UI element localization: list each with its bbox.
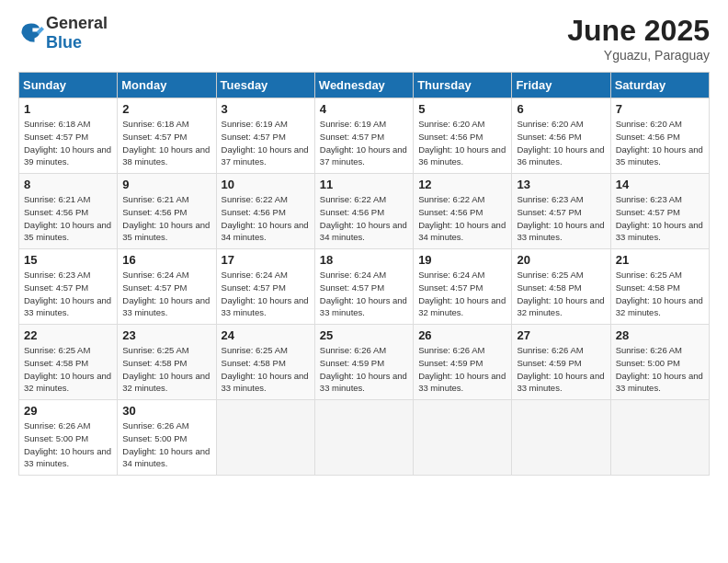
table-row: 25 Sunrise: 6:26 AMSunset: 4:59 PMDaylig…: [314, 325, 413, 400]
table-row: 10 Sunrise: 6:22 AMSunset: 4:56 PMDaylig…: [216, 174, 314, 249]
day-number: 4: [320, 102, 408, 116]
day-info: Sunrise: 6:21 AMSunset: 4:56 PMDaylight:…: [122, 194, 210, 242]
day-info: Sunrise: 6:22 AMSunset: 4:56 PMDaylight:…: [418, 194, 506, 242]
day-info: Sunrise: 6:26 AMSunset: 5:00 PMDaylight:…: [24, 420, 111, 468]
day-number: 7: [616, 102, 704, 116]
table-row: [314, 400, 413, 476]
calendar-row: 1 Sunrise: 6:18 AMSunset: 4:57 PMDayligh…: [19, 98, 710, 174]
col-wednesday: Wednesday: [314, 73, 413, 98]
day-info: Sunrise: 6:23 AMSunset: 4:57 PMDaylight:…: [616, 194, 703, 242]
day-info: Sunrise: 6:26 AMSunset: 4:59 PMDaylight:…: [517, 345, 604, 393]
day-info: Sunrise: 6:26 AMSunset: 4:59 PMDaylight:…: [418, 345, 506, 393]
table-row: 27 Sunrise: 6:26 AMSunset: 4:59 PMDaylig…: [512, 325, 610, 400]
table-row: 20 Sunrise: 6:25 AMSunset: 4:58 PMDaylig…: [512, 249, 610, 325]
day-number: 1: [24, 102, 112, 116]
table-row: 21 Sunrise: 6:25 AMSunset: 4:58 PMDaylig…: [610, 249, 709, 325]
day-info: Sunrise: 6:26 AMSunset: 5:00 PMDaylight:…: [122, 420, 210, 468]
table-row: 15 Sunrise: 6:23 AMSunset: 4:57 PMDaylig…: [19, 249, 118, 325]
day-info: Sunrise: 6:25 AMSunset: 4:58 PMDaylight:…: [222, 345, 309, 393]
page: General Blue June 2025 Yguazu, Paraguay …: [0, 0, 728, 563]
table-row: 14 Sunrise: 6:23 AMSunset: 4:57 PMDaylig…: [610, 174, 709, 249]
day-number: 24: [222, 328, 310, 342]
table-row: 26 Sunrise: 6:26 AMSunset: 4:59 PMDaylig…: [414, 325, 512, 400]
col-friday: Friday: [512, 73, 610, 98]
day-number: 28: [616, 328, 704, 342]
table-row: 13 Sunrise: 6:23 AMSunset: 4:57 PMDaylig…: [512, 174, 610, 249]
day-info: Sunrise: 6:24 AMSunset: 4:57 PMDaylight:…: [320, 270, 407, 317]
day-info: Sunrise: 6:18 AMSunset: 4:57 PMDaylight:…: [24, 119, 111, 167]
day-info: Sunrise: 6:19 AMSunset: 4:57 PMDaylight:…: [320, 119, 407, 167]
table-row: 16 Sunrise: 6:24 AMSunset: 4:57 PMDaylig…: [118, 249, 216, 325]
table-row: 12 Sunrise: 6:22 AMSunset: 4:56 PMDaylig…: [414, 174, 512, 249]
day-info: Sunrise: 6:24 AMSunset: 4:57 PMDaylight:…: [222, 270, 309, 317]
day-number: 14: [616, 178, 704, 191]
table-row: 2 Sunrise: 6:18 AMSunset: 4:57 PMDayligh…: [118, 98, 216, 174]
col-sunday: Sunday: [19, 73, 118, 98]
table-row: 5 Sunrise: 6:20 AMSunset: 4:56 PMDayligh…: [414, 98, 512, 174]
day-info: Sunrise: 6:19 AMSunset: 4:57 PMDaylight:…: [222, 119, 309, 167]
logo-blue-text: Blue: [46, 33, 82, 52]
day-info: Sunrise: 6:22 AMSunset: 4:56 PMDaylight:…: [320, 194, 407, 242]
col-monday: Monday: [118, 73, 216, 98]
header-row: Sunday Monday Tuesday Wednesday Thursday…: [19, 73, 710, 98]
table-row: 11 Sunrise: 6:22 AMSunset: 4:56 PMDaylig…: [314, 174, 413, 249]
table-row: 19 Sunrise: 6:24 AMSunset: 4:57 PMDaylig…: [414, 249, 512, 325]
table-row: 29 Sunrise: 6:26 AMSunset: 5:00 PMDaylig…: [19, 400, 118, 476]
table-row: 24 Sunrise: 6:25 AMSunset: 4:58 PMDaylig…: [216, 325, 314, 400]
day-number: 5: [418, 102, 506, 116]
calendar-row: 15 Sunrise: 6:23 AMSunset: 4:57 PMDaylig…: [19, 249, 710, 325]
calendar-row: 29 Sunrise: 6:26 AMSunset: 5:00 PMDaylig…: [19, 400, 710, 476]
month-title: June 2025: [567, 14, 710, 48]
header: General Blue June 2025 Yguazu, Paraguay: [18, 14, 710, 63]
col-thursday: Thursday: [414, 73, 512, 98]
day-info: Sunrise: 6:22 AMSunset: 4:56 PMDaylight:…: [222, 194, 309, 242]
day-number: 6: [517, 102, 605, 116]
table-row: 23 Sunrise: 6:25 AMSunset: 4:58 PMDaylig…: [118, 325, 216, 400]
day-number: 8: [24, 178, 112, 191]
day-info: Sunrise: 6:20 AMSunset: 4:56 PMDaylight:…: [616, 119, 703, 167]
day-number: 12: [418, 178, 506, 191]
table-row: 28 Sunrise: 6:26 AMSunset: 5:00 PMDaylig…: [610, 325, 709, 400]
day-number: 15: [24, 253, 112, 267]
day-info: Sunrise: 6:18 AMSunset: 4:57 PMDaylight:…: [122, 119, 210, 167]
day-number: 27: [517, 328, 605, 342]
day-number: 19: [418, 253, 506, 267]
day-info: Sunrise: 6:25 AMSunset: 4:58 PMDaylight:…: [616, 270, 703, 317]
table-row: 3 Sunrise: 6:19 AMSunset: 4:57 PMDayligh…: [216, 98, 314, 174]
day-info: Sunrise: 6:25 AMSunset: 4:58 PMDaylight:…: [24, 345, 111, 393]
table-row: 6 Sunrise: 6:20 AMSunset: 4:56 PMDayligh…: [512, 98, 610, 174]
day-number: 17: [222, 253, 310, 267]
day-info: Sunrise: 6:25 AMSunset: 4:58 PMDaylight:…: [122, 345, 210, 393]
day-number: 13: [517, 178, 605, 191]
day-number: 29: [24, 404, 112, 418]
calendar-row: 22 Sunrise: 6:25 AMSunset: 4:58 PMDaylig…: [19, 325, 710, 400]
day-number: 3: [222, 102, 310, 116]
day-number: 25: [320, 328, 408, 342]
day-number: 22: [24, 328, 112, 342]
table-row: 1 Sunrise: 6:18 AMSunset: 4:57 PMDayligh…: [19, 98, 118, 174]
col-saturday: Saturday: [610, 73, 709, 98]
day-number: 20: [517, 253, 605, 267]
table-row: 17 Sunrise: 6:24 AMSunset: 4:57 PMDaylig…: [216, 249, 314, 325]
day-number: 16: [122, 253, 210, 267]
day-info: Sunrise: 6:21 AMSunset: 4:56 PMDaylight:…: [24, 194, 111, 242]
calendar-row: 8 Sunrise: 6:21 AMSunset: 4:56 PMDayligh…: [19, 174, 710, 249]
table-row: [414, 400, 512, 476]
subtitle: Yguazu, Paraguay: [567, 48, 710, 63]
table-row: [610, 400, 709, 476]
day-info: Sunrise: 6:23 AMSunset: 4:57 PMDaylight:…: [24, 270, 111, 317]
col-tuesday: Tuesday: [216, 73, 314, 98]
table-row: 30 Sunrise: 6:26 AMSunset: 5:00 PMDaylig…: [118, 400, 216, 476]
table-row: [216, 400, 314, 476]
day-number: 26: [418, 328, 506, 342]
day-info: Sunrise: 6:24 AMSunset: 4:57 PMDaylight:…: [418, 270, 506, 317]
day-number: 11: [320, 178, 408, 191]
logo: General Blue: [18, 14, 108, 52]
day-number: 9: [122, 178, 210, 191]
day-info: Sunrise: 6:26 AMSunset: 4:59 PMDaylight:…: [320, 345, 407, 393]
table-row: 4 Sunrise: 6:19 AMSunset: 4:57 PMDayligh…: [314, 98, 413, 174]
calendar-table: Sunday Monday Tuesday Wednesday Thursday…: [18, 72, 710, 476]
day-info: Sunrise: 6:20 AMSunset: 4:56 PMDaylight:…: [418, 119, 506, 167]
day-info: Sunrise: 6:26 AMSunset: 5:00 PMDaylight:…: [616, 345, 703, 393]
title-block: June 2025 Yguazu, Paraguay: [567, 14, 710, 63]
